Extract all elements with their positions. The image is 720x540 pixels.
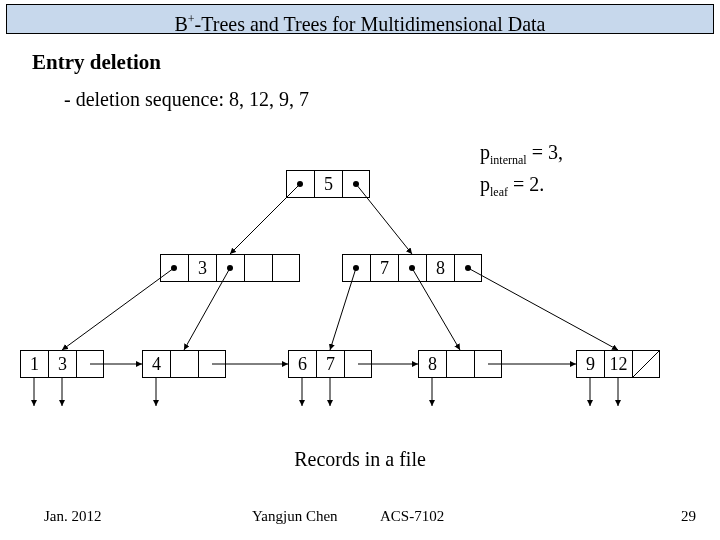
l1r-ptr-1-dot: [409, 265, 415, 271]
leaf3-key-1-empty: [446, 350, 474, 378]
l1l-ptr-2: [272, 254, 300, 282]
leaf2-key-0: 6: [288, 350, 316, 378]
l1r-key-1: 8: [426, 254, 454, 282]
footer-author: Yangjun Chen: [252, 508, 338, 525]
leaf1-key-0: 4: [142, 350, 170, 378]
l1r-key-0: 7: [370, 254, 398, 282]
leaf3-key-0: 8: [418, 350, 446, 378]
root-key-0: 5: [314, 170, 342, 198]
slide-footer: Jan. 2012 Yangjun Chen ACS-7102 29: [0, 508, 720, 528]
leaf0-key-0: 1: [20, 350, 48, 378]
svg-line-6: [468, 268, 618, 350]
leaf1-next-ptr: [198, 350, 226, 378]
footer-page-number: 29: [681, 508, 696, 525]
leaf4-key-0: 9: [576, 350, 604, 378]
leaf4-key-1: 12: [604, 350, 632, 378]
tree-parameters: pinternal = 3, pleaf = 2.: [480, 140, 563, 204]
deletion-sequence: - deletion sequence: 8, 12, 9, 7: [64, 88, 309, 111]
root-ptr-1-dot: [353, 181, 359, 187]
l1l-ptr-0-dot: [171, 265, 177, 271]
l1r-ptr-0-dot: [353, 265, 359, 271]
root-ptr-0-dot: [297, 181, 303, 187]
leaf2-next-ptr: [344, 350, 372, 378]
l1l-key-1-empty: [244, 254, 272, 282]
section-heading: Entry deletion: [32, 50, 161, 75]
leaf0-key-1: 3: [48, 350, 76, 378]
l1l-key-0: 3: [188, 254, 216, 282]
svg-line-2: [62, 268, 174, 350]
leaf4-next-ptr-end: [632, 350, 660, 378]
leaf1-key-1-empty: [170, 350, 198, 378]
slide-title-bar: B+-Trees and Trees for Multidimensional …: [6, 4, 714, 34]
leaf0-next-ptr: [76, 350, 104, 378]
leaf2-key-1: 7: [316, 350, 344, 378]
footer-date: Jan. 2012: [44, 508, 102, 525]
footer-course: ACS-7102: [380, 508, 444, 525]
title-text: B+-Trees and Trees for Multidimensional …: [174, 13, 545, 35]
l1l-ptr-1-dot: [227, 265, 233, 271]
l1r-ptr-2-dot: [465, 265, 471, 271]
leaf3-next-ptr: [474, 350, 502, 378]
records-label: Records in a file: [0, 448, 720, 471]
